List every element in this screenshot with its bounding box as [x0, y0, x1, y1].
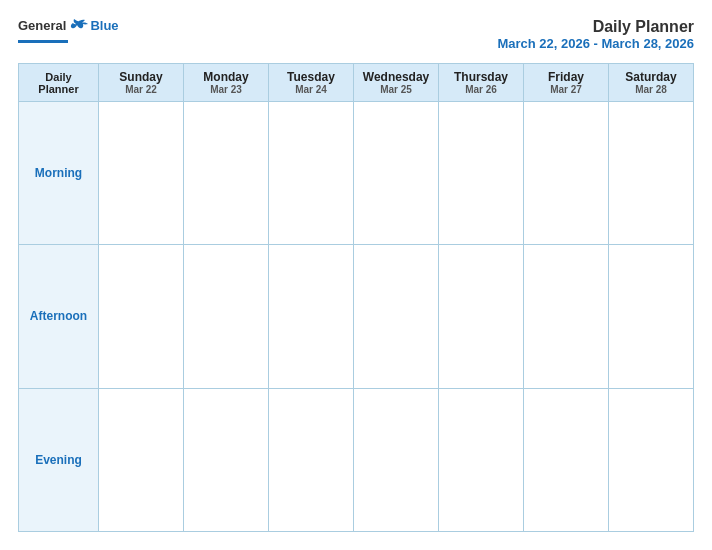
- afternoon-label: Afternoon: [19, 245, 99, 388]
- evening-tuesday[interactable]: [269, 388, 354, 531]
- morning-sunday[interactable]: [99, 102, 184, 245]
- svg-rect-0: [18, 40, 68, 43]
- evening-thursday[interactable]: [439, 388, 524, 531]
- afternoon-sunday[interactable]: [99, 245, 184, 388]
- evening-friday[interactable]: [524, 388, 609, 531]
- col-header-thursday: Thursday Mar 26: [439, 64, 524, 102]
- evening-monday[interactable]: [184, 388, 269, 531]
- afternoon-friday[interactable]: [524, 245, 609, 388]
- col-header-sunday: Sunday Mar 22: [99, 64, 184, 102]
- page-header: General Blue Daily Planner March 22, 202…: [18, 18, 694, 51]
- evening-wednesday[interactable]: [354, 388, 439, 531]
- col-header-monday: Monday Mar 23: [184, 64, 269, 102]
- morning-saturday[interactable]: [609, 102, 694, 245]
- logo-blue-text: Blue: [90, 18, 118, 33]
- afternoon-row: Afternoon: [19, 245, 694, 388]
- evening-label: Evening: [19, 388, 99, 531]
- morning-monday[interactable]: [184, 102, 269, 245]
- logo-tagline: [18, 34, 68, 45]
- header-row: Daily Planner Sunday Mar 22 Monday Mar 2…: [19, 64, 694, 102]
- col-header-daily-planner: Daily Planner: [19, 64, 99, 102]
- col-header-tuesday: Tuesday Mar 24: [269, 64, 354, 102]
- afternoon-monday[interactable]: [184, 245, 269, 388]
- logo-brand: General Blue: [18, 18, 119, 33]
- afternoon-tuesday[interactable]: [269, 245, 354, 388]
- morning-tuesday[interactable]: [269, 102, 354, 245]
- evening-saturday[interactable]: [609, 388, 694, 531]
- logo-bird-icon: [70, 19, 88, 33]
- calendar-table: Daily Planner Sunday Mar 22 Monday Mar 2…: [18, 63, 694, 532]
- col-header-saturday: Saturday Mar 28: [609, 64, 694, 102]
- date-range: March 22, 2026 - March 28, 2026: [497, 36, 694, 51]
- logo-general-text: General: [18, 18, 66, 33]
- afternoon-thursday[interactable]: [439, 245, 524, 388]
- evening-row: Evening: [19, 388, 694, 531]
- logo-area: General Blue: [18, 18, 119, 45]
- morning-thursday[interactable]: [439, 102, 524, 245]
- title-area: Daily Planner March 22, 2026 - March 28,…: [497, 18, 694, 51]
- afternoon-saturday[interactable]: [609, 245, 694, 388]
- morning-friday[interactable]: [524, 102, 609, 245]
- afternoon-wednesday[interactable]: [354, 245, 439, 388]
- morning-row: Morning: [19, 102, 694, 245]
- morning-label: Morning: [19, 102, 99, 245]
- morning-wednesday[interactable]: [354, 102, 439, 245]
- evening-sunday[interactable]: [99, 388, 184, 531]
- col-header-wednesday: Wednesday Mar 25: [354, 64, 439, 102]
- planner-title: Daily Planner: [497, 18, 694, 36]
- col-header-friday: Friday Mar 27: [524, 64, 609, 102]
